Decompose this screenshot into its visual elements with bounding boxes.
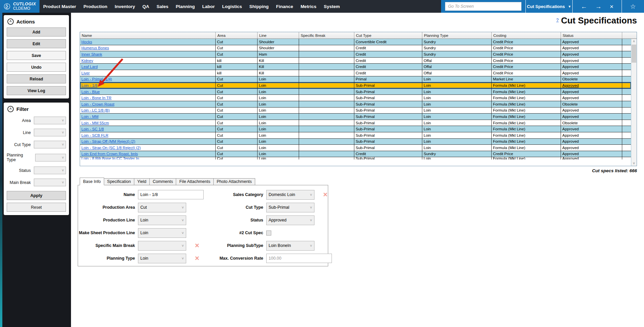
- view-log-button[interactable]: View Log: [7, 86, 66, 95]
- sales-category-select[interactable]: Domestic Loin˅: [266, 190, 314, 200]
- clear-field-icon[interactable]: ×: [323, 191, 328, 198]
- nav-item-qa[interactable]: QA: [139, 0, 153, 13]
- cut-spec-link[interactable]: Loin - Crown Roast: [81, 102, 114, 106]
- table-row[interactable]: Loin - 1/8CutLoinSub-PrimalLoinFormula (…: [80, 82, 631, 89]
- scrollbar-thumb[interactable]: [632, 45, 636, 63]
- column-header-costing[interactable]: Costing: [492, 32, 561, 39]
- help-link[interactable]: ?: [556, 17, 559, 22]
- table-row[interactable]: Loin - MMCutLoinSub-PrimalLoinFormula (M…: [80, 114, 631, 120]
- reset-filter-button[interactable]: Reset: [7, 203, 66, 212]
- column-header-name[interactable]: Name: [80, 32, 216, 39]
- cut-spec-link[interactable]: Humerus Bones: [81, 46, 109, 50]
- table-row[interactable]: Loin - Crown RoastCutLoinSub-PrimalLoinF…: [80, 101, 631, 108]
- nav-item-metrics[interactable]: Metrics: [297, 0, 320, 13]
- filter-planning-type-select[interactable]: ˅: [35, 154, 66, 161]
- nav-item-labor[interactable]: Labor: [199, 0, 219, 13]
- nav-item-product-master[interactable]: Product Master: [40, 0, 80, 13]
- cut-spec-link[interactable]: Loin - SCB FLR: [81, 133, 109, 137]
- column-header-line[interactable]: Line: [258, 32, 299, 39]
- undo-button[interactable]: Undo: [7, 63, 66, 72]
- table-row[interactable]: Loin - SC 1/8CutLoinSub-PrimalLoinFormul…: [80, 126, 631, 132]
- tab-base-info[interactable]: Base Info: [80, 178, 104, 185]
- specific-main-break-select[interactable]: ˅: [138, 241, 186, 251]
- add-button[interactable]: Add: [7, 27, 66, 37]
- planning-subtype-select[interactable]: Loin BoneIn˅: [266, 241, 314, 251]
- cut-spec-link[interactable]: Loin - MM 55cm: [81, 121, 109, 125]
- status-select[interactable]: Approved˅: [266, 215, 314, 225]
- table-row[interactable]: Leaf LardkillKillCreditOffalCredit Price…: [80, 64, 631, 70]
- planning-type-select[interactable]: Loin˅: [138, 254, 186, 263]
- cut-spec-link[interactable]: Loin - LC 1/8 (B): [81, 108, 110, 112]
- cut-spec-link[interactable]: Loin - Primal (1/4): [81, 77, 112, 81]
- cut-spec-link[interactable]: Loin - SC 1/8: [81, 127, 104, 131]
- cut-spec-link[interactable]: Loin - Strap Off (MM Reject) (2): [81, 139, 135, 143]
- go-to-screen-input[interactable]: [445, 2, 521, 11]
- nav-item-shipping[interactable]: Shipping: [246, 0, 273, 13]
- clear-field-icon[interactable]: ×: [195, 255, 199, 262]
- cut-spec-link[interactable]: Loin End from Crown Roast, bnls: [81, 152, 138, 156]
- column-header-status[interactable]: Status: [561, 32, 622, 39]
- table-row[interactable]: Loin - LC 1/8 (B)CutLoinSub-PrimalLoinFo…: [80, 108, 631, 114]
- scroll-down-icon[interactable]: ˅: [631, 161, 637, 166]
- apply-filter-button[interactable]: Apply: [7, 191, 66, 200]
- make-sheet-production-line-select[interactable]: Loin˅: [138, 228, 186, 238]
- column-header-cut-type[interactable]: Cut Type: [354, 32, 422, 39]
- table-row[interactable]: Loin - Strap On (SC 1/8 Reject) (2)CutLo…: [80, 145, 631, 151]
- back-button[interactable]: ←: [581, 3, 587, 10]
- save-button[interactable]: Save: [7, 51, 66, 60]
- table-row[interactable]: LiverkillKillCreditOffalCredit PriceAppr…: [80, 70, 631, 76]
- collapse-filter-icon[interactable]: ˄: [7, 106, 14, 112]
- filter-line-select[interactable]: ˅: [34, 129, 66, 136]
- forward-button[interactable]: →: [595, 3, 601, 10]
- max-conversion-rate-input[interactable]: [266, 254, 332, 263]
- filter-main-break-select[interactable]: ˅: [34, 179, 66, 186]
- production-line-select[interactable]: Loin˅: [138, 215, 186, 225]
- name-input[interactable]: [138, 190, 204, 199]
- table-row[interactable]: Loin - SCB FLRCutLoinSub-PrimalLoinFormu…: [80, 132, 631, 139]
- filter-cut-type-select[interactable]: ˅: [34, 141, 66, 148]
- tab-specification[interactable]: Specification: [104, 178, 134, 185]
- cut-spec-link[interactable]: Loin - Bone In TR: [81, 96, 112, 100]
- cut-spec-link[interactable]: Kidney: [81, 59, 93, 63]
- table-row[interactable]: Loin - Primal (1/4)CutLoinPrimalLoinMark…: [80, 76, 631, 83]
- filter-status-select[interactable]: ˅: [34, 167, 66, 174]
- cut-spec-link[interactable]: Loin - 8 Rib Bone In CC Tender In: [81, 157, 139, 159]
- table-row[interactable]: HocksCutShoulderConvertible CreditSundry…: [80, 39, 631, 45]
- cut-spec-link[interactable]: Loin - MM: [81, 115, 98, 119]
- table-row[interactable]: Loin - BlueCutLoinSub-PrimalLoinFormula …: [80, 89, 631, 95]
- edit-button[interactable]: Edit: [7, 39, 66, 48]
- favorite-star-button[interactable]: ☆: [622, 0, 644, 13]
- nav-item-sales[interactable]: Sales: [153, 0, 172, 13]
- tab-comments[interactable]: Comments: [149, 178, 176, 185]
- table-row[interactable]: Loin - Strap Off (MM Reject) (2)CutLoinS…: [80, 139, 631, 145]
- 2-cut-spec-checkbox[interactable]: [266, 231, 271, 236]
- cut-spec-link[interactable]: Loin - Blue: [81, 90, 100, 94]
- tab-yield[interactable]: Yield: [134, 178, 150, 185]
- nav-item-production[interactable]: Production: [80, 0, 111, 13]
- table-row[interactable]: Humerus BonesCutShoulderCreditSundryCred…: [80, 45, 631, 52]
- clear-field-icon[interactable]: ×: [195, 242, 199, 249]
- filter-area-select[interactable]: ˅: [34, 117, 66, 124]
- cut-spec-link[interactable]: Liver: [81, 71, 90, 75]
- cut-spec-link[interactable]: Hocks: [81, 40, 92, 44]
- table-row[interactable]: Inner ShankCutHamCreditSundryCredit Pric…: [80, 51, 631, 58]
- column-header-planning-type[interactable]: Planning Type: [422, 32, 492, 39]
- cut-spec-link[interactable]: Loin - 1/8: [81, 83, 97, 87]
- close-screen-button[interactable]: ×: [610, 3, 614, 10]
- screen-selector-dropdown[interactable]: Cut Specifications ▼: [525, 0, 572, 13]
- tab-photo-attachments[interactable]: Photo Attachments: [213, 178, 255, 185]
- collapse-actions-icon[interactable]: ˄: [7, 18, 14, 25]
- table-row[interactable]: Loin - 8 Rib Bone In CC Tender InCutLoin…: [80, 157, 631, 159]
- nav-item-logistics[interactable]: Logistics: [218, 0, 245, 13]
- table-row[interactable]: KidneykillKillCreditOffalCredit PriceApp…: [80, 58, 631, 64]
- cut-type-select[interactable]: Sub-Primal˅: [266, 203, 314, 212]
- nav-item-inventory[interactable]: Inventory: [111, 0, 139, 13]
- table-row[interactable]: Loin - MM 55cmCutLoinSub-PrimalLoinFormu…: [80, 120, 631, 126]
- scroll-up-icon[interactable]: ˄: [631, 39, 637, 44]
- reload-button[interactable]: Reload: [7, 74, 66, 83]
- nav-item-system[interactable]: System: [320, 0, 344, 13]
- nav-item-finance[interactable]: Finance: [272, 0, 297, 13]
- table-row[interactable]: Loin - Bone In TRCutLoinSub-PrimalLoinFo…: [80, 95, 631, 101]
- cut-spec-link[interactable]: Inner Shank: [81, 52, 102, 56]
- grid-vertical-scrollbar[interactable]: ˄ ˅: [631, 39, 637, 166]
